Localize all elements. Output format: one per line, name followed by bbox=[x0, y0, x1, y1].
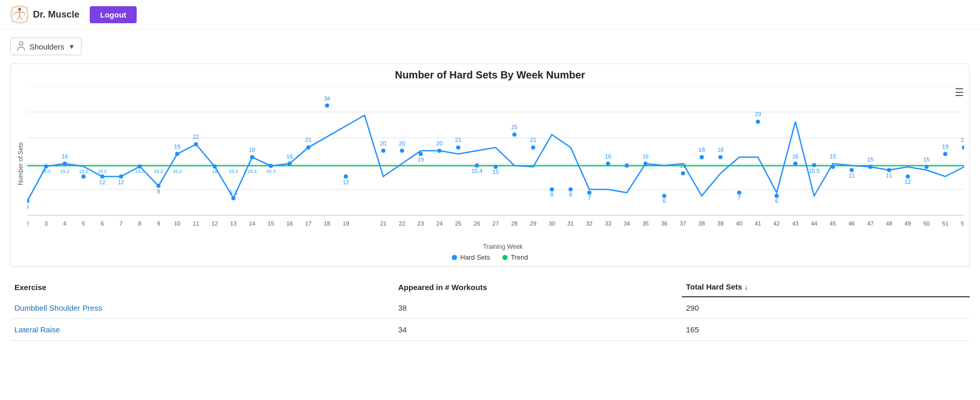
data-point bbox=[831, 165, 835, 169]
svg-text:15.2: 15.2 bbox=[97, 169, 107, 174]
svg-text:11: 11 bbox=[886, 172, 892, 179]
svg-text:39: 39 bbox=[717, 220, 724, 227]
svg-text:47: 47 bbox=[867, 220, 873, 227]
svg-text:21: 21 bbox=[455, 137, 461, 143]
svg-text:16: 16 bbox=[605, 153, 611, 159]
data-point bbox=[344, 174, 348, 179]
data-point bbox=[156, 184, 160, 188]
exercise-name[interactable]: Dumbbell Shoulder Press bbox=[10, 297, 394, 319]
table-body: Dumbbell Shoulder Press 38 290 Lateral R… bbox=[10, 297, 970, 341]
svg-text:19: 19 bbox=[342, 220, 349, 227]
data-point bbox=[381, 149, 385, 153]
svg-text:12: 12 bbox=[211, 220, 218, 227]
svg-text:25: 25 bbox=[511, 124, 517, 130]
data-point bbox=[962, 146, 964, 150]
svg-text:21: 21 bbox=[380, 220, 386, 227]
data-point bbox=[213, 165, 217, 169]
svg-text:12: 12 bbox=[99, 179, 105, 185]
svg-text:46: 46 bbox=[848, 220, 855, 227]
hard-sets-legend-label: Hard Sets bbox=[460, 253, 490, 261]
svg-text:20: 20 bbox=[436, 140, 443, 147]
svg-text:19: 19 bbox=[174, 143, 180, 150]
data-point bbox=[531, 146, 535, 150]
svg-text:15.2: 15.2 bbox=[79, 169, 88, 174]
workouts-count: 38 bbox=[394, 297, 682, 319]
svg-text:15.3: 15.3 bbox=[266, 169, 275, 174]
exercise-name[interactable]: Lateral Raise bbox=[10, 319, 394, 341]
svg-text:18: 18 bbox=[698, 147, 705, 153]
svg-text:22: 22 bbox=[193, 134, 199, 140]
chart-title: Number of Hard Sets By Week Number bbox=[16, 69, 964, 81]
svg-text:15.2: 15.2 bbox=[154, 169, 163, 174]
exercise-table: Exercise Appeared in # Workouts Total Ha… bbox=[10, 277, 970, 341]
svg-text:15: 15 bbox=[867, 156, 873, 163]
data-point bbox=[756, 120, 760, 124]
svg-text:16: 16 bbox=[61, 153, 68, 159]
svg-text:38: 38 bbox=[698, 220, 705, 227]
data-point bbox=[306, 146, 311, 150]
svg-text:4: 4 bbox=[27, 204, 29, 210]
svg-text:45: 45 bbox=[830, 220, 836, 227]
svg-text:2: 2 bbox=[27, 220, 29, 227]
svg-text:34: 34 bbox=[324, 95, 330, 102]
data-point bbox=[681, 171, 685, 175]
svg-text:8: 8 bbox=[138, 220, 141, 227]
x-axis-label: Training Week bbox=[42, 243, 964, 250]
svg-text:9: 9 bbox=[157, 188, 160, 195]
data-point bbox=[44, 165, 48, 169]
data-point bbox=[325, 104, 329, 108]
svg-text:16: 16 bbox=[642, 153, 648, 159]
svg-text:23: 23 bbox=[418, 220, 424, 227]
svg-text:12: 12 bbox=[905, 179, 911, 185]
svg-text:5: 5 bbox=[82, 220, 85, 227]
table-row: Lateral Raise 34 165 bbox=[10, 319, 970, 341]
dropdown-label: Shoulders bbox=[29, 42, 64, 51]
data-point bbox=[437, 149, 442, 153]
logout-button[interactable]: Logout bbox=[90, 6, 137, 23]
svg-point-2 bbox=[18, 8, 21, 10]
svg-text:8: 8 bbox=[550, 191, 553, 198]
svg-text:32: 32 bbox=[586, 220, 592, 227]
svg-text:20: 20 bbox=[380, 140, 386, 147]
svg-text:49: 49 bbox=[905, 220, 911, 227]
svg-text:5.3: 5.3 bbox=[230, 189, 237, 196]
trend-legend-label: Trend bbox=[511, 253, 528, 261]
logo-area: Dr. Muscle bbox=[10, 5, 79, 24]
svg-text:15.2: 15.2 bbox=[60, 169, 70, 174]
chart-menu-icon[interactable]: ☰ bbox=[955, 86, 964, 99]
data-polyline bbox=[27, 115, 964, 201]
person-icon bbox=[17, 41, 25, 52]
chart-legend: Hard Sets Trend bbox=[16, 253, 964, 261]
col-header-workouts: Appeared in # Workouts bbox=[394, 277, 682, 297]
sets-count: 165 bbox=[682, 319, 970, 341]
chart-container: Number of Hard Sets By Week Number Numbe… bbox=[10, 63, 970, 267]
data-point bbox=[550, 187, 554, 191]
svg-text:44: 44 bbox=[811, 220, 817, 227]
svg-text:30: 30 bbox=[549, 220, 555, 227]
sort-icon: ↓ bbox=[744, 282, 748, 291]
svg-text:51: 51 bbox=[942, 220, 949, 227]
svg-text:21: 21 bbox=[305, 137, 312, 143]
data-point bbox=[231, 196, 235, 200]
svg-text:18: 18 bbox=[324, 220, 330, 227]
muscle-group-dropdown[interactable]: Shoulders ▼ bbox=[10, 38, 81, 55]
data-point bbox=[924, 165, 928, 169]
svg-line-5 bbox=[17, 17, 20, 20]
svg-text:14: 14 bbox=[249, 220, 255, 227]
svg-text:10: 10 bbox=[174, 220, 180, 227]
svg-text:6: 6 bbox=[663, 198, 666, 204]
svg-line-6 bbox=[20, 17, 22, 20]
col-header-sets[interactable]: Total Hard Sets ↓ bbox=[682, 277, 970, 297]
svg-text:7: 7 bbox=[588, 195, 591, 201]
data-point bbox=[812, 163, 816, 167]
svg-text:50: 50 bbox=[923, 220, 929, 227]
svg-point-9 bbox=[20, 42, 23, 45]
data-point bbox=[512, 133, 516, 137]
svg-text:15: 15 bbox=[268, 220, 274, 227]
table-section: Exercise Appeared in # Workouts Total Ha… bbox=[10, 277, 970, 341]
table-row: Dumbbell Shoulder Press 38 290 bbox=[10, 297, 970, 319]
svg-text:18: 18 bbox=[249, 147, 255, 153]
chart-svg: 40.0 32.0 24.0 16.0 8.0 0.0 4 bbox=[27, 86, 964, 241]
data-point bbox=[250, 155, 254, 159]
data-point bbox=[868, 165, 872, 169]
